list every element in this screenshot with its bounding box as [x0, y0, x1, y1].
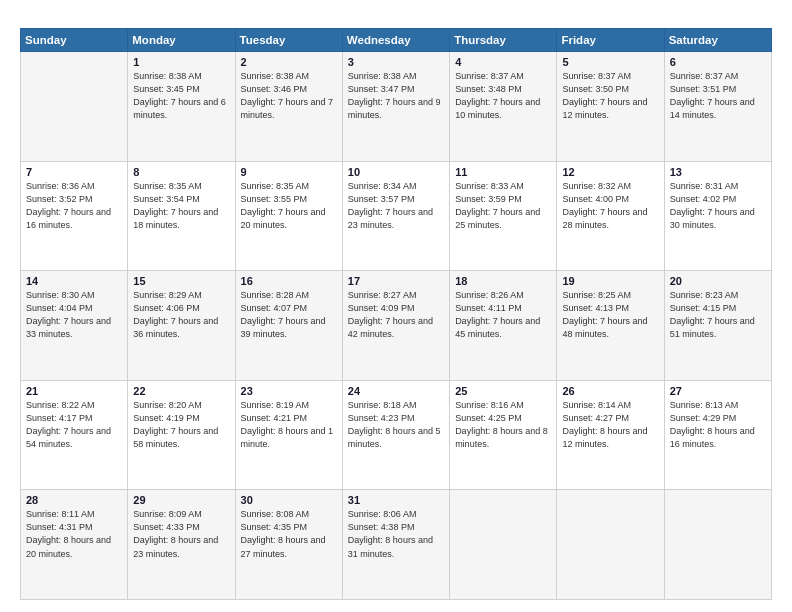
day-number: 6 — [670, 56, 766, 68]
calendar-cell: 26Sunrise: 8:14 AMSunset: 4:27 PMDayligh… — [557, 380, 664, 490]
calendar-cell: 3Sunrise: 8:38 AMSunset: 3:47 PMDaylight… — [342, 52, 449, 162]
day-info: Sunrise: 8:11 AMSunset: 4:31 PMDaylight:… — [26, 508, 122, 560]
day-number: 3 — [348, 56, 444, 68]
calendar-cell: 31Sunrise: 8:06 AMSunset: 4:38 PMDayligh… — [342, 490, 449, 600]
day-info: Sunrise: 8:27 AMSunset: 4:09 PMDaylight:… — [348, 289, 444, 341]
day-number: 25 — [455, 385, 551, 397]
calendar-table: SundayMondayTuesdayWednesdayThursdayFrid… — [20, 28, 772, 600]
day-info: Sunrise: 8:08 AMSunset: 4:35 PMDaylight:… — [241, 508, 337, 560]
calendar-cell: 14Sunrise: 8:30 AMSunset: 4:04 PMDayligh… — [21, 271, 128, 381]
day-number: 18 — [455, 275, 551, 287]
day-info: Sunrise: 8:16 AMSunset: 4:25 PMDaylight:… — [455, 399, 551, 451]
day-number: 5 — [562, 56, 658, 68]
day-info: Sunrise: 8:28 AMSunset: 4:07 PMDaylight:… — [241, 289, 337, 341]
day-info: Sunrise: 8:37 AMSunset: 3:48 PMDaylight:… — [455, 70, 551, 122]
weekday-header-monday: Monday — [128, 29, 235, 52]
day-info: Sunrise: 8:29 AMSunset: 4:06 PMDaylight:… — [133, 289, 229, 341]
day-info: Sunrise: 8:13 AMSunset: 4:29 PMDaylight:… — [670, 399, 766, 451]
calendar-cell: 19Sunrise: 8:25 AMSunset: 4:13 PMDayligh… — [557, 271, 664, 381]
day-info: Sunrise: 8:19 AMSunset: 4:21 PMDaylight:… — [241, 399, 337, 451]
day-info: Sunrise: 8:35 AMSunset: 3:54 PMDaylight:… — [133, 180, 229, 232]
day-number: 20 — [670, 275, 766, 287]
day-info: Sunrise: 8:33 AMSunset: 3:59 PMDaylight:… — [455, 180, 551, 232]
calendar-cell: 2Sunrise: 8:38 AMSunset: 3:46 PMDaylight… — [235, 52, 342, 162]
day-info: Sunrise: 8:38 AMSunset: 3:45 PMDaylight:… — [133, 70, 229, 122]
calendar-cell: 11Sunrise: 8:33 AMSunset: 3:59 PMDayligh… — [450, 161, 557, 271]
day-info: Sunrise: 8:22 AMSunset: 4:17 PMDaylight:… — [26, 399, 122, 451]
day-info: Sunrise: 8:32 AMSunset: 4:00 PMDaylight:… — [562, 180, 658, 232]
calendar-cell: 4Sunrise: 8:37 AMSunset: 3:48 PMDaylight… — [450, 52, 557, 162]
calendar-cell: 5Sunrise: 8:37 AMSunset: 3:50 PMDaylight… — [557, 52, 664, 162]
calendar-cell: 18Sunrise: 8:26 AMSunset: 4:11 PMDayligh… — [450, 271, 557, 381]
calendar-cell: 28Sunrise: 8:11 AMSunset: 4:31 PMDayligh… — [21, 490, 128, 600]
weekday-header-thursday: Thursday — [450, 29, 557, 52]
weekday-header-saturday: Saturday — [664, 29, 771, 52]
day-number: 4 — [455, 56, 551, 68]
calendar-cell: 7Sunrise: 8:36 AMSunset: 3:52 PMDaylight… — [21, 161, 128, 271]
day-info: Sunrise: 8:38 AMSunset: 3:46 PMDaylight:… — [241, 70, 337, 122]
day-number: 28 — [26, 494, 122, 506]
day-number: 22 — [133, 385, 229, 397]
day-info: Sunrise: 8:23 AMSunset: 4:15 PMDaylight:… — [670, 289, 766, 341]
day-number: 7 — [26, 166, 122, 178]
calendar-cell — [664, 490, 771, 600]
day-info: Sunrise: 8:31 AMSunset: 4:02 PMDaylight:… — [670, 180, 766, 232]
day-number: 8 — [133, 166, 229, 178]
calendar-cell: 27Sunrise: 8:13 AMSunset: 4:29 PMDayligh… — [664, 380, 771, 490]
day-info: Sunrise: 8:30 AMSunset: 4:04 PMDaylight:… — [26, 289, 122, 341]
calendar-cell — [21, 52, 128, 162]
calendar-cell — [557, 490, 664, 600]
calendar-cell: 10Sunrise: 8:34 AMSunset: 3:57 PMDayligh… — [342, 161, 449, 271]
calendar-cell — [450, 490, 557, 600]
day-number: 14 — [26, 275, 122, 287]
day-info: Sunrise: 8:25 AMSunset: 4:13 PMDaylight:… — [562, 289, 658, 341]
day-number: 29 — [133, 494, 229, 506]
day-number: 17 — [348, 275, 444, 287]
day-info: Sunrise: 8:37 AMSunset: 3:51 PMDaylight:… — [670, 70, 766, 122]
day-info: Sunrise: 8:34 AMSunset: 3:57 PMDaylight:… — [348, 180, 444, 232]
calendar-cell: 21Sunrise: 8:22 AMSunset: 4:17 PMDayligh… — [21, 380, 128, 490]
day-number: 2 — [241, 56, 337, 68]
day-number: 19 — [562, 275, 658, 287]
day-number: 11 — [455, 166, 551, 178]
day-info: Sunrise: 8:37 AMSunset: 3:50 PMDaylight:… — [562, 70, 658, 122]
day-number: 10 — [348, 166, 444, 178]
day-number: 23 — [241, 385, 337, 397]
day-info: Sunrise: 8:26 AMSunset: 4:11 PMDaylight:… — [455, 289, 551, 341]
page: General Blue SundayMondayTuesdayWednesda… — [0, 0, 792, 612]
day-number: 1 — [133, 56, 229, 68]
calendar-cell: 20Sunrise: 8:23 AMSunset: 4:15 PMDayligh… — [664, 271, 771, 381]
day-number: 26 — [562, 385, 658, 397]
calendar-cell: 1Sunrise: 8:38 AMSunset: 3:45 PMDaylight… — [128, 52, 235, 162]
day-info: Sunrise: 8:20 AMSunset: 4:19 PMDaylight:… — [133, 399, 229, 451]
day-number: 31 — [348, 494, 444, 506]
day-info: Sunrise: 8:18 AMSunset: 4:23 PMDaylight:… — [348, 399, 444, 451]
day-number: 27 — [670, 385, 766, 397]
calendar-cell: 16Sunrise: 8:28 AMSunset: 4:07 PMDayligh… — [235, 271, 342, 381]
day-number: 15 — [133, 275, 229, 287]
day-info: Sunrise: 8:36 AMSunset: 3:52 PMDaylight:… — [26, 180, 122, 232]
calendar-cell: 13Sunrise: 8:31 AMSunset: 4:02 PMDayligh… — [664, 161, 771, 271]
calendar-cell: 29Sunrise: 8:09 AMSunset: 4:33 PMDayligh… — [128, 490, 235, 600]
calendar-cell: 23Sunrise: 8:19 AMSunset: 4:21 PMDayligh… — [235, 380, 342, 490]
day-info: Sunrise: 8:38 AMSunset: 3:47 PMDaylight:… — [348, 70, 444, 122]
calendar-cell: 6Sunrise: 8:37 AMSunset: 3:51 PMDaylight… — [664, 52, 771, 162]
weekday-header-tuesday: Tuesday — [235, 29, 342, 52]
day-number: 24 — [348, 385, 444, 397]
day-number: 13 — [670, 166, 766, 178]
day-number: 21 — [26, 385, 122, 397]
calendar-cell: 22Sunrise: 8:20 AMSunset: 4:19 PMDayligh… — [128, 380, 235, 490]
calendar-cell: 8Sunrise: 8:35 AMSunset: 3:54 PMDaylight… — [128, 161, 235, 271]
calendar-cell: 24Sunrise: 8:18 AMSunset: 4:23 PMDayligh… — [342, 380, 449, 490]
calendar-cell: 17Sunrise: 8:27 AMSunset: 4:09 PMDayligh… — [342, 271, 449, 381]
day-number: 16 — [241, 275, 337, 287]
calendar-cell: 12Sunrise: 8:32 AMSunset: 4:00 PMDayligh… — [557, 161, 664, 271]
calendar-cell: 30Sunrise: 8:08 AMSunset: 4:35 PMDayligh… — [235, 490, 342, 600]
day-info: Sunrise: 8:06 AMSunset: 4:38 PMDaylight:… — [348, 508, 444, 560]
weekday-header-sunday: Sunday — [21, 29, 128, 52]
day-info: Sunrise: 8:09 AMSunset: 4:33 PMDaylight:… — [133, 508, 229, 560]
day-number: 9 — [241, 166, 337, 178]
day-info: Sunrise: 8:35 AMSunset: 3:55 PMDaylight:… — [241, 180, 337, 232]
calendar-cell: 15Sunrise: 8:29 AMSunset: 4:06 PMDayligh… — [128, 271, 235, 381]
day-info: Sunrise: 8:14 AMSunset: 4:27 PMDaylight:… — [562, 399, 658, 451]
